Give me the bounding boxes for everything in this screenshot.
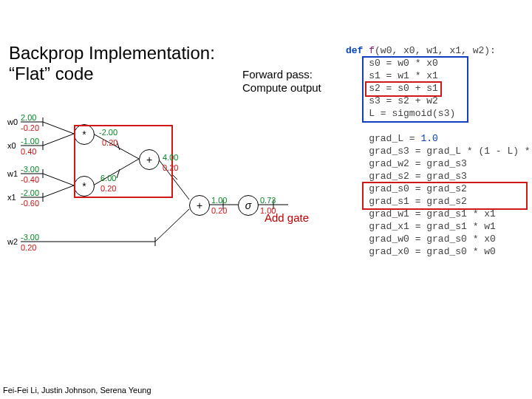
node-sigma: σ [238,195,259,216]
svg-line-7 [43,174,74,185]
title-line1: Backprop Implementation: [9,43,215,63]
x0-fwd: -1.00 [21,137,39,146]
code-fn-name: f [369,45,375,56]
graph-edges [7,115,340,262]
code-gw0: grad_w0 = grad_s0 * x0 [369,233,496,245]
m1-fwd: -2.00 [99,128,117,137]
w1-fwd: -3.00 [21,165,39,174]
a2-fwd: 1.00 [211,196,227,205]
w1-back: -0.40 [21,175,39,184]
slide: { "title_line1": "Backprop Implementatio… [0,0,532,399]
w2-back: 0.20 [21,243,36,252]
highlight-add-gate [74,125,173,198]
code-gL-val: 1.0 [420,133,437,144]
var-x1: x1 [7,193,16,202]
code-gx0: grad_x0 = grad_s0 * w0 [369,246,496,257]
code-fn-args: (w0, x0, w1, x1, w2): [375,45,496,56]
m2-back: 0.20 [100,184,116,193]
highlight-grad-s0-s1 [362,182,528,210]
computation-graph: * * + + σ w0 x0 w1 x1 w2 2.00 -0.20 -1.0… [7,115,340,262]
footer-text: Fei-Fei Li, Justin Johnson, Serena Yeung [3,386,151,395]
title-line2: “Flat” code [9,64,94,83]
forward-pass-line1: Forward pass: [242,68,313,81]
svg-line-8 [43,185,74,197]
var-w2: w2 [7,237,18,246]
slide-title: Backprop Implementation: “Flat” code [9,43,215,83]
svg-line-5 [43,122,74,134]
code-gs2: grad_s2 = grad_s3 [369,171,467,182]
svg-line-6 [43,134,74,146]
var-x0: x0 [7,141,16,150]
node-sigma-op: σ [245,200,251,211]
m1-back: 0.20 [102,138,117,147]
w2-fwd: -3.00 [21,233,39,242]
sig-fwd: 0.73 [260,196,276,205]
forward-pass-line2: Compute output [242,81,321,94]
highlight-s2-line [365,81,442,97]
node-add-2-op: + [197,200,202,211]
sig-back: 1.00 [260,206,276,215]
svg-line-12 [155,209,189,242]
code-gs3: grad_s3 = grad_L * (1 - L) * L [369,146,532,157]
var-w1: w1 [7,169,18,178]
x1-fwd: -2.00 [21,188,39,197]
a1-back: 0.20 [163,163,178,172]
a1-fwd: 4.00 [163,153,178,162]
w0-fwd: 2.00 [21,113,36,122]
var-w0: w0 [7,117,18,126]
m2-fwd: 6.00 [100,174,116,183]
node-add-2: + [189,195,210,216]
code-gw1: grad_w1 = grad_s1 * x1 [369,208,496,219]
forward-pass-label: Forward pass: Compute output [242,68,321,95]
x1-back: -0.60 [21,199,39,208]
a2-back: 0.20 [211,206,227,215]
slide-footer: Fei-Fei Li, Justin Johnson, Serena Yeung [3,386,151,395]
code-def-kw: def [346,45,363,56]
x0-back: 0.40 [21,147,36,156]
w0-back: -0.20 [21,123,39,132]
code-gL-lhs: grad_L = [369,133,420,144]
code-gx1: grad_x1 = grad_s1 * w1 [369,221,496,232]
code-gw2: grad_w2 = grad_s3 [369,158,467,169]
